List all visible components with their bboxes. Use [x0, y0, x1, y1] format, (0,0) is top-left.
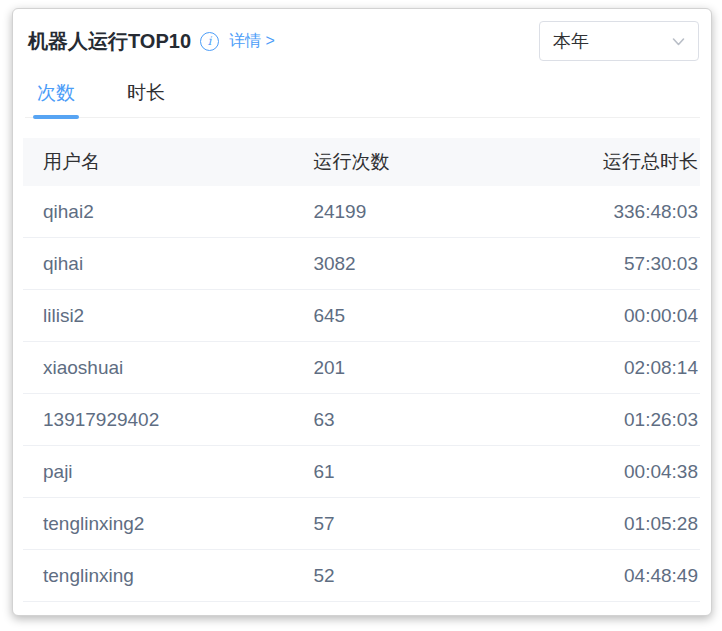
cell-run-count: 201 [313, 357, 513, 379]
detail-link[interactable]: 详情 > [229, 31, 275, 52]
table-row: tenglinxing 52 04:48:49 [23, 550, 700, 602]
info-icon[interactable]: i [200, 32, 219, 51]
cell-total-duration: 00:00:04 [514, 305, 700, 327]
tabs-bar: 次数 时长 [25, 77, 700, 118]
cell-run-count: 3082 [313, 253, 513, 275]
cell-username: tenglinxing2 [23, 513, 313, 535]
table-row: lilisi2 645 00:00:04 [23, 290, 700, 342]
cell-run-count: 61 [313, 461, 513, 483]
top10-table: 用户名 运行次数 运行总时长 qihai2 24199 336:48:03 qi… [23, 138, 700, 602]
cell-total-duration: 57:30:03 [514, 253, 700, 275]
chevron-down-icon [671, 34, 686, 49]
cell-run-count: 57 [313, 513, 513, 535]
cell-total-duration: 02:08:14 [514, 357, 700, 379]
table-row: 13917929402 63 01:26:03 [23, 394, 700, 446]
cell-run-count: 24199 [313, 201, 513, 223]
cell-total-duration: 01:26:03 [514, 409, 700, 431]
cell-total-duration: 336:48:03 [514, 201, 700, 223]
cell-total-duration: 00:04:38 [514, 461, 700, 483]
period-select-value: 本年 [553, 29, 589, 53]
column-header-username: 用户名 [23, 149, 313, 175]
panel-header: 机器人运行TOP10 i 详情 > 本年 [13, 9, 711, 61]
cell-username: xiaoshuai [23, 357, 313, 379]
table-header-row: 用户名 运行次数 运行总时长 [23, 138, 700, 186]
page-title: 机器人运行TOP10 [28, 28, 191, 55]
table-body: qihai2 24199 336:48:03 qihai 3082 57:30:… [23, 186, 700, 602]
table-row: tenglinxing2 57 01:05:28 [23, 498, 700, 550]
cell-username: lilisi2 [23, 305, 313, 327]
column-header-run-count: 运行次数 [313, 149, 513, 175]
table-row: paji 61 00:04:38 [23, 446, 700, 498]
cell-username: tenglinxing [23, 565, 313, 587]
cell-run-count: 63 [313, 409, 513, 431]
cell-run-count: 645 [313, 305, 513, 327]
cell-username: 13917929402 [23, 409, 313, 431]
tab-counts[interactable]: 次数 [33, 77, 79, 117]
tab-duration[interactable]: 时长 [123, 77, 169, 117]
cell-username: qihai2 [23, 201, 313, 223]
table-row: qihai 3082 57:30:03 [23, 238, 700, 290]
cell-total-duration: 04:48:49 [514, 565, 700, 587]
robot-run-top10-panel: 机器人运行TOP10 i 详情 > 本年 次数 时长 用户名 运行次数 运行总时… [12, 8, 712, 616]
cell-username: paji [23, 461, 313, 483]
cell-total-duration: 01:05:28 [514, 513, 700, 535]
table-row: qihai2 24199 336:48:03 [23, 186, 700, 238]
cell-username: qihai [23, 253, 313, 275]
period-select[interactable]: 本年 [539, 21, 699, 61]
cell-run-count: 52 [313, 565, 513, 587]
column-header-total-duration: 运行总时长 [514, 149, 700, 175]
table-row: xiaoshuai 201 02:08:14 [23, 342, 700, 394]
